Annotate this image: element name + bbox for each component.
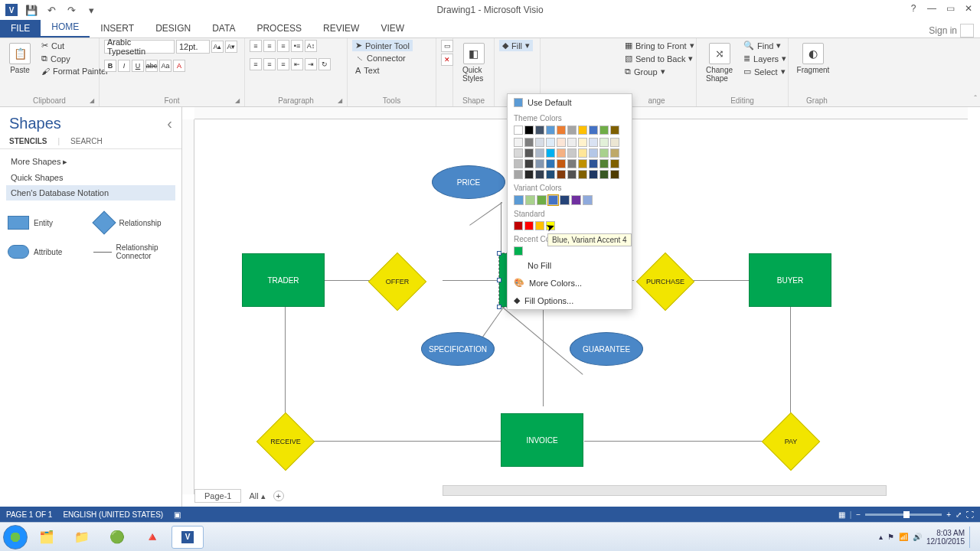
tray-volume-icon[interactable]: 🔊 xyxy=(913,533,922,541)
task-folder-icon[interactable]: 📁 xyxy=(66,526,98,549)
page-all-button[interactable]: All ▴ xyxy=(249,491,265,501)
relationship-offer[interactable]: OFFER xyxy=(369,253,426,310)
change-shape-button[interactable]: ⤭Change Shape xyxy=(701,40,737,86)
show-desktop-button[interactable] xyxy=(969,527,975,548)
quick-styles-button[interactable]: ◧Quick Styles xyxy=(458,40,489,86)
select-button[interactable]: ▭ Select ▾ xyxy=(740,66,789,77)
bullets-button[interactable]: •≡ xyxy=(291,40,303,52)
tab-process[interactable]: PROCESS xyxy=(246,19,312,37)
more-shapes-item[interactable]: More Shapes ▸ xyxy=(6,154,175,170)
theme-colors-tints[interactable] xyxy=(508,136,632,181)
relationship-pay[interactable]: PAY xyxy=(763,413,819,470)
decrease-font-button[interactable]: A▾ xyxy=(225,41,237,53)
attribute-specification[interactable]: SPECIFICATION xyxy=(421,332,495,366)
sign-in[interactable]: Sign in xyxy=(929,24,974,37)
strike-button[interactable]: abc xyxy=(145,60,158,72)
delete-tool-button[interactable]: ✕ xyxy=(441,54,453,66)
standard-colors-row[interactable] xyxy=(508,220,632,232)
entity-trader[interactable]: TRADER xyxy=(242,253,325,307)
bring-to-front-button[interactable]: ▦ Bring to Front ▾ xyxy=(622,40,697,51)
entity-buyer[interactable]: BUYER xyxy=(749,253,831,307)
minimize-button[interactable]: — xyxy=(923,0,940,17)
attribute-guarantee[interactable]: GUARANTEE xyxy=(570,332,643,366)
attribute-price[interactable]: PRICE xyxy=(432,165,505,199)
text-direction-button[interactable]: A↕ xyxy=(305,40,317,52)
visio-app-icon[interactable]: V xyxy=(3,2,20,18)
rectangle-tool-button[interactable]: ▭ xyxy=(441,40,453,52)
no-fill-option[interactable]: No Fill xyxy=(508,257,632,274)
align-right-button[interactable]: ≡ xyxy=(277,58,289,70)
tray-clock[interactable]: 8:03 AM 12/10/2015 xyxy=(926,529,965,546)
indent-dec-button[interactable]: ⇤ xyxy=(291,58,303,70)
fill-options-option[interactable]: ◆Fill Options... xyxy=(508,292,632,309)
connector-tool-button[interactable]: ⟍ Connector xyxy=(352,53,409,64)
stencils-tab[interactable]: STENCILS xyxy=(9,137,47,145)
task-vlc-icon[interactable]: 🔺 xyxy=(136,526,168,549)
start-button[interactable] xyxy=(3,525,28,549)
search-tab[interactable]: SEARCH xyxy=(70,137,103,145)
status-macro-icon[interactable]: ▣ xyxy=(174,510,181,519)
font-size-combo[interactable]: 12pt. xyxy=(176,40,210,54)
tray-show-hidden-icon[interactable]: ▴ xyxy=(879,533,883,541)
indent-inc-button[interactable]: ⇥ xyxy=(305,58,317,70)
font-color-button[interactable]: A xyxy=(173,60,185,72)
group-button[interactable]: ⧉ Group ▾ xyxy=(622,66,668,77)
text-tool-button[interactable]: A Text xyxy=(352,65,383,76)
underline-button[interactable]: U xyxy=(132,60,144,72)
align-bottom-button[interactable]: ≡ xyxy=(277,40,289,52)
zoom-in-button[interactable]: + xyxy=(946,510,951,519)
page-tab-1[interactable]: Page-1 xyxy=(194,489,241,503)
paragraph-launcher-icon[interactable]: ◢ xyxy=(338,97,345,105)
fill-use-default[interactable]: Use Default xyxy=(508,94,632,111)
tab-data[interactable]: DATA xyxy=(201,19,246,37)
task-visio-icon[interactable]: V xyxy=(172,526,204,549)
zoom-slider[interactable] xyxy=(865,514,942,516)
task-explorer-icon[interactable]: 🗂️ xyxy=(31,526,63,549)
rotate-text-button[interactable]: ↻ xyxy=(318,58,331,70)
tab-design[interactable]: DESIGN xyxy=(145,19,201,37)
stencil-rel-connector[interactable]: Relationship Connector xyxy=(93,239,175,265)
paste-button[interactable]: 📋Paste xyxy=(5,40,35,77)
relationship-purchase[interactable]: PURCHASE xyxy=(637,253,694,310)
tab-review[interactable]: REVIEW xyxy=(312,19,370,37)
recent-colors-row[interactable] xyxy=(508,245,632,257)
italic-button[interactable]: I xyxy=(118,60,130,72)
tab-view[interactable]: VIEW xyxy=(370,19,415,37)
fit-page-icon[interactable]: ⤢ xyxy=(956,510,962,519)
variant-colors-row[interactable] xyxy=(508,194,632,207)
zoom-out-button[interactable]: − xyxy=(856,510,861,519)
increase-font-button[interactable]: A▴ xyxy=(211,41,224,53)
more-colors-option[interactable]: 🎨More Colors... xyxy=(508,274,632,292)
shapes-pane-collapse-icon[interactable]: ‹ xyxy=(167,115,172,132)
align-top-button[interactable]: ≡ xyxy=(250,40,262,52)
align-left-button[interactable]: ≡ xyxy=(250,58,262,70)
stencil-entity[interactable]: Entity xyxy=(8,210,89,236)
maximize-button[interactable]: ▭ xyxy=(942,0,959,17)
entity-invoice[interactable]: INVOICE xyxy=(501,413,583,467)
clipboard-launcher-icon[interactable]: ◢ xyxy=(90,97,97,105)
tab-insert[interactable]: INSERT xyxy=(90,19,145,37)
layers-button[interactable]: ≣ Layers ▾ xyxy=(740,53,789,64)
stencil-relationship[interactable]: Relationship xyxy=(93,210,175,236)
view-presentation-icon[interactable]: ▦ xyxy=(838,510,845,519)
collapse-ribbon-icon[interactable]: ˆ xyxy=(974,94,977,103)
align-center-button[interactable]: ≡ xyxy=(263,58,276,70)
tab-file[interactable]: FILE xyxy=(0,19,41,37)
tray-network-icon[interactable]: 📶 xyxy=(899,533,908,541)
add-page-icon[interactable]: + xyxy=(273,491,284,501)
help-icon[interactable]: ? xyxy=(905,0,922,17)
fill-button[interactable]: ◆ Fill ▾ xyxy=(499,40,533,51)
horizontal-scrollbar[interactable] xyxy=(443,485,887,496)
qat-customize-icon[interactable]: ▾ xyxy=(83,2,100,18)
qat-redo-icon[interactable]: ↷ xyxy=(63,2,80,18)
text-effects-button[interactable]: Aa xyxy=(159,60,172,72)
bold-button[interactable]: B xyxy=(104,60,116,72)
align-middle-button[interactable]: ≡ xyxy=(263,40,276,52)
find-button[interactable]: 🔍 Find ▾ xyxy=(740,40,789,51)
font-launcher-icon[interactable]: ◢ xyxy=(235,97,243,105)
quick-shapes-item[interactable]: Quick Shapes xyxy=(6,170,175,185)
pointer-tool-button[interactable]: ➤ Pointer Tool xyxy=(352,40,413,51)
close-button[interactable]: ✕ xyxy=(960,0,977,17)
qat-undo-icon[interactable]: ↶ xyxy=(43,2,60,18)
font-family-combo[interactable]: Arabic Typesettin xyxy=(104,40,175,54)
